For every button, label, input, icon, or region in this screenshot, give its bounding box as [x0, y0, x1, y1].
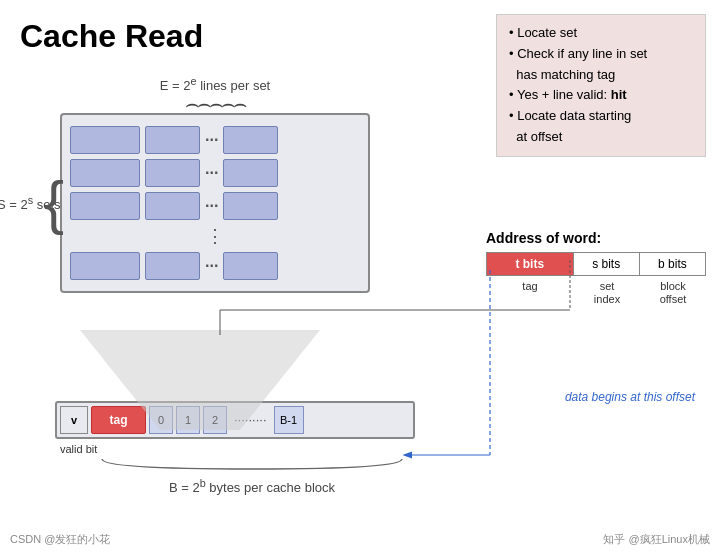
- dots: ···: [205, 257, 218, 275]
- addr-labels: tag setindex blockoffset: [486, 280, 706, 306]
- s-brace: {: [44, 115, 64, 291]
- cache-row-1: ···: [70, 126, 360, 154]
- info-box: • Locate set • Check if any line in set …: [496, 14, 706, 157]
- cache-area: E = 2e lines per set ⌢⌢⌢⌢⌢ S = 2s sets {…: [60, 75, 370, 293]
- line-tag-cell: tag: [91, 406, 146, 434]
- dots: ···: [205, 131, 218, 149]
- vertical-dots: ⋮: [70, 225, 360, 247]
- cache-cell: [145, 252, 200, 280]
- sets-container: S = 2s sets { ··· ··· ···: [60, 113, 370, 293]
- cache-line-row: v tag 0 1 2 ········· B-1: [55, 401, 415, 439]
- bottom-brace: [89, 457, 415, 471]
- line-dots: ·········: [230, 412, 271, 427]
- info-line-3: has matching tag: [509, 65, 693, 86]
- label-tag: tag: [486, 280, 574, 306]
- info-line-2: • Check if any line in set: [509, 44, 693, 65]
- data-begins-label: data begins at this offset: [565, 390, 695, 404]
- label-set: setindex: [574, 280, 640, 306]
- dots: ···: [205, 164, 218, 182]
- cache-cell: [223, 252, 278, 280]
- cache-cell: [223, 126, 278, 154]
- addr-b-bits: b bits: [639, 253, 705, 275]
- label-block: blockoffset: [640, 280, 706, 306]
- info-line-4: • Yes + line valid: hit: [509, 85, 693, 106]
- address-bits: t bits s bits b bits: [486, 252, 706, 276]
- cache-cell: [70, 252, 140, 280]
- line-cell-bm1: B-1: [274, 406, 304, 434]
- addr-s-bits: s bits: [573, 253, 639, 275]
- cache-row-last: ···: [70, 252, 360, 280]
- cache-row-3: ···: [70, 192, 360, 220]
- valid-bit-label: valid bit: [60, 443, 415, 455]
- line-cell-2: 2: [203, 406, 227, 434]
- cache-cell: [145, 159, 200, 187]
- address-area: Address of word: t bits s bits b bits ta…: [486, 230, 706, 306]
- line-v-cell: v: [60, 406, 88, 434]
- cache-cell: [70, 159, 140, 187]
- watermark-right: 知乎 @疯狂Linux机械: [603, 532, 710, 547]
- watermark-left: CSDN @发狂的小花: [10, 532, 110, 547]
- line-cell-0: 0: [149, 406, 173, 434]
- info-line-6: at offset: [509, 127, 693, 148]
- cache-cell: [223, 192, 278, 220]
- cache-line-area: v tag 0 1 2 ········· B-1 valid bit B = …: [55, 401, 415, 495]
- dots: ···: [205, 197, 218, 215]
- brace-top: ⌢⌢⌢⌢⌢: [60, 97, 370, 110]
- info-line-1: • Locate set: [509, 23, 693, 44]
- cache-cell: [223, 159, 278, 187]
- b-label: B = 2b bytes per cache block: [89, 477, 415, 495]
- cache-cell: [70, 126, 140, 154]
- cache-cell: [145, 192, 200, 220]
- line-cell-1: 1: [176, 406, 200, 434]
- cache-row-2: ···: [70, 159, 360, 187]
- addr-t-bits: t bits: [487, 253, 573, 275]
- cache-cell: [70, 192, 140, 220]
- page-container: Cache Read • Locate set • Check if any l…: [0, 0, 720, 555]
- info-line-5: • Locate data starting: [509, 106, 693, 127]
- cache-cell: [145, 126, 200, 154]
- address-title: Address of word:: [486, 230, 706, 246]
